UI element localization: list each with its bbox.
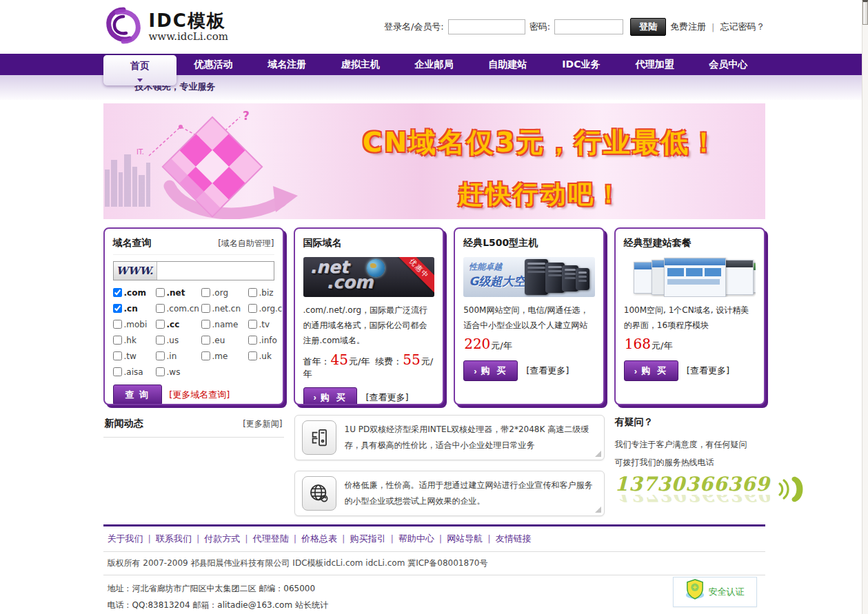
scrollbar-thumb[interactable] bbox=[862, 0, 868, 25]
tld-checkbox[interactable] bbox=[248, 304, 257, 313]
login-username-input[interactable] bbox=[448, 19, 525, 34]
contact-title: 有疑问？ bbox=[615, 416, 809, 429]
tld-option-.com.cn[interactable]: .com.cn bbox=[156, 300, 201, 316]
tld-checkbox[interactable] bbox=[113, 320, 122, 329]
more-domain-search-link[interactable]: [更多域名查询] bbox=[169, 389, 230, 401]
tld-checkbox[interactable] bbox=[201, 304, 210, 313]
tld-checkbox[interactable] bbox=[113, 304, 122, 313]
tld-option-.org.cn[interactable]: .org.cn bbox=[248, 300, 284, 316]
tld-option-.aisa[interactable]: .aisa bbox=[113, 364, 156, 380]
tld-option-.org[interactable]: .org bbox=[201, 285, 248, 300]
tld-option-.eu[interactable]: .eu bbox=[201, 332, 248, 348]
footer-link-价格总表[interactable]: 价格总表 bbox=[301, 533, 337, 544]
tld-checkbox[interactable] bbox=[156, 336, 165, 345]
view-more-link[interactable]: [查看更多] bbox=[687, 365, 729, 377]
more-news-link[interactable]: [更多新闻] bbox=[243, 418, 282, 430]
nav-item-虚拟主机[interactable]: 虚拟主机 bbox=[324, 54, 398, 75]
forgot-password-link[interactable]: 忘记密码？ bbox=[720, 21, 765, 33]
arrow-icon: › bbox=[634, 366, 637, 376]
login-password-input[interactable] bbox=[554, 19, 623, 34]
tld-option-.in[interactable]: .in bbox=[156, 348, 201, 364]
product-title: 国际域名 bbox=[303, 237, 342, 249]
feature-item-web[interactable]: 价格低廉，性价高。适用于想通过建立网站进行企业宣传和客户服务的小型企业或想尝试上… bbox=[294, 471, 605, 516]
tld-checkbox[interactable] bbox=[248, 336, 257, 345]
tld-option-.uk[interactable]: .uk bbox=[248, 348, 284, 364]
scrollbar[interactable] bbox=[862, 0, 868, 614]
tld-checkbox[interactable] bbox=[113, 288, 122, 297]
footer-link-帮助中心[interactable]: 帮助中心 bbox=[398, 533, 434, 544]
feature-item-server[interactable]: 1U PD双核经济型采用INTEL双核处理器，带2*2048K 高速二级缓存，具… bbox=[294, 415, 605, 460]
tld-checkbox[interactable] bbox=[201, 288, 210, 297]
tld-checkbox[interactable] bbox=[113, 351, 122, 360]
tld-option-.biz[interactable]: .biz bbox=[248, 285, 284, 300]
site-logo[interactable]: IDC模板 www.idcLi.com bbox=[103, 6, 229, 48]
header: IDC模板 www.idcLi.com 登录名/会员号: 密码: 登陆 免费注册… bbox=[103, 0, 765, 54]
domain-search-button[interactable]: 查 询 bbox=[113, 385, 163, 405]
promo-banner[interactable]: ? IT. bbox=[103, 103, 765, 219]
buy-button[interactable]: ›购 买 bbox=[463, 360, 518, 381]
buy-button[interactable]: ›购 买 bbox=[303, 387, 358, 405]
hotline-reflection: 13730366369 bbox=[615, 495, 770, 504]
globe-icon bbox=[302, 476, 336, 511]
tld-option-.tv[interactable]: .tv bbox=[248, 316, 284, 332]
tld-checkbox[interactable] bbox=[113, 336, 122, 345]
footer-link-关于我们[interactable]: 关于我们 bbox=[108, 533, 143, 544]
tld-option-.ws[interactable]: .ws bbox=[156, 364, 201, 380]
security-badge[interactable]: 安全认证 bbox=[673, 577, 757, 607]
nav-item-域名注册[interactable]: 域名注册 bbox=[250, 54, 324, 75]
tld-checkbox[interactable] bbox=[156, 351, 165, 360]
hotline-number: 13730366369 bbox=[615, 475, 770, 494]
tld-option-.mobi[interactable]: .mobi bbox=[113, 316, 156, 332]
tld-checkbox[interactable] bbox=[248, 351, 257, 360]
nav-item-自助建站[interactable]: 自助建站 bbox=[471, 54, 545, 75]
tld-option-.com[interactable]: .com bbox=[113, 285, 156, 300]
domain-search-input[interactable] bbox=[157, 262, 274, 280]
tld-option-.cc[interactable]: .cc bbox=[156, 316, 201, 332]
main-nav: 首页优惠活动域名注册虚拟主机企业邮局自助建站IDC业务代理加盟会员中心 bbox=[0, 54, 868, 75]
tld-option-.name[interactable]: .name bbox=[201, 316, 248, 332]
footer-separator: | bbox=[294, 533, 296, 544]
tld-option-.hk[interactable]: .hk bbox=[113, 332, 156, 348]
tld-option-.net.cn[interactable]: .net.cn bbox=[201, 300, 248, 316]
tld-checkbox[interactable] bbox=[201, 336, 210, 345]
tld-checkbox[interactable] bbox=[201, 351, 210, 360]
tld-checkbox[interactable] bbox=[156, 367, 165, 376]
footer-link-购买指引[interactable]: 购买指引 bbox=[350, 533, 385, 544]
tld-option-.cn[interactable]: .cn bbox=[113, 300, 156, 316]
nav-item-IDC业务[interactable]: IDC业务 bbox=[545, 54, 618, 75]
footer-link-友情链接[interactable]: 友情链接 bbox=[496, 533, 532, 544]
tld-option-.me[interactable]: .me bbox=[201, 348, 248, 364]
tld-checkbox[interactable] bbox=[248, 320, 257, 329]
contact-line2: 可拨打我们的服务热线电话 bbox=[615, 453, 809, 471]
tld-checkbox[interactable] bbox=[156, 288, 165, 297]
product-card-sitebuilder: 经典型建站套餐 100M空间, 1个CN域名, 设计精美的界面，16项程序模块 … bbox=[614, 227, 765, 405]
nav-item-会员中心[interactable]: 会员中心 bbox=[692, 54, 765, 75]
nav-item-企业邮局[interactable]: 企业邮局 bbox=[397, 54, 471, 75]
nav-item-代理加盟[interactable]: 代理加盟 bbox=[618, 54, 692, 75]
footer-link-代理登陆[interactable]: 代理登陆 bbox=[253, 533, 289, 544]
tld-checkbox[interactable] bbox=[156, 320, 165, 329]
view-more-link[interactable]: [查看更多] bbox=[526, 365, 569, 377]
footer-separator: | bbox=[245, 533, 248, 544]
phone-icon bbox=[777, 475, 809, 506]
tld-option-.net[interactable]: .net bbox=[156, 285, 201, 300]
tld-checkbox[interactable] bbox=[156, 304, 165, 313]
tld-option-.tw[interactable]: .tw bbox=[113, 348, 156, 364]
nav-item-首页[interactable]: 首页 bbox=[103, 55, 177, 85]
tld-option-.us[interactable]: .us bbox=[156, 332, 201, 348]
tld-checkbox[interactable] bbox=[248, 288, 257, 297]
tld-checkbox[interactable] bbox=[201, 320, 210, 329]
domain-manage-link[interactable]: [域名自助管理] bbox=[218, 238, 274, 249]
nav-item-优惠活动[interactable]: 优惠活动 bbox=[176, 54, 250, 75]
footer-link-网站导航[interactable]: 网站导航 bbox=[447, 533, 483, 544]
footer-link-付款方式[interactable]: 付款方式 bbox=[204, 533, 240, 544]
buy-button[interactable]: ›购 买 bbox=[624, 360, 678, 381]
svg-text:IT.: IT. bbox=[137, 148, 144, 156]
tld-checkbox[interactable] bbox=[113, 367, 122, 376]
price-line: 220元/年 bbox=[463, 336, 595, 352]
view-more-link[interactable]: [查看更多] bbox=[365, 391, 408, 404]
login-button[interactable]: 登陆 bbox=[630, 18, 666, 36]
register-link[interactable]: 免费注册 bbox=[670, 21, 706, 33]
footer-link-联系我们[interactable]: 联系我们 bbox=[156, 533, 192, 544]
tld-option-.info[interactable]: .info bbox=[248, 332, 284, 348]
